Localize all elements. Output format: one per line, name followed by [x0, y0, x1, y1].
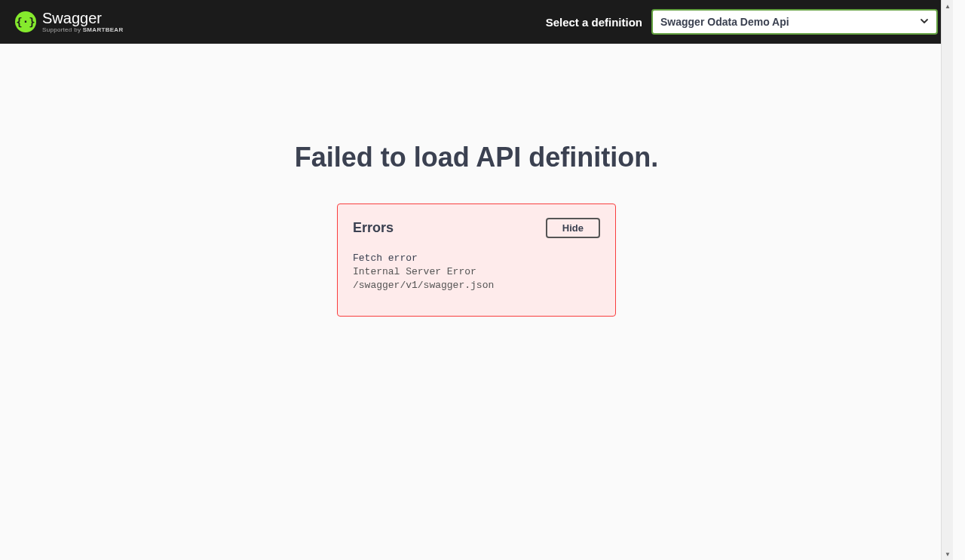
error-box-header: Errors Hide — [353, 218, 600, 238]
main-content: Failed to load API definition. Errors Hi… — [0, 44, 953, 317]
scrollbar[interactable]: ▲ ▼ — [941, 0, 953, 560]
definition-select[interactable]: Swagger Odata Demo Api — [651, 9, 938, 35]
swagger-logo-icon: {·} — [15, 11, 36, 32]
swagger-logo-text: Swagger Supported by SMARTBEAR — [42, 11, 124, 33]
chevron-down-icon — [920, 15, 929, 29]
definition-select-value: Swagger Odata Demo Api — [660, 16, 789, 28]
error-line-1: Fetch error — [353, 252, 600, 265]
logo-subtitle: Supported by SMARTBEAR — [42, 27, 124, 33]
topbar: {·} Swagger Supported by SMARTBEAR Selec… — [0, 0, 953, 44]
errors-label: Errors — [353, 220, 394, 236]
page-title: Failed to load API definition. — [295, 142, 659, 173]
error-box: Errors Hide Fetch error Internal Server … — [337, 203, 616, 317]
error-line-2: Internal Server Error /swagger/v1/swagge… — [353, 265, 600, 292]
logo-title: Swagger — [42, 11, 124, 26]
scroll-up-icon[interactable]: ▲ — [942, 0, 953, 12]
error-details: Fetch error Internal Server Error /swagg… — [353, 252, 600, 293]
scroll-down-icon[interactable]: ▼ — [942, 548, 953, 560]
topbar-right: Select a definition Swagger Odata Demo A… — [546, 9, 938, 35]
hide-button[interactable]: Hide — [546, 218, 600, 238]
swagger-logo[interactable]: {·} Swagger Supported by SMARTBEAR — [15, 11, 124, 33]
select-definition-label: Select a definition — [546, 16, 642, 29]
